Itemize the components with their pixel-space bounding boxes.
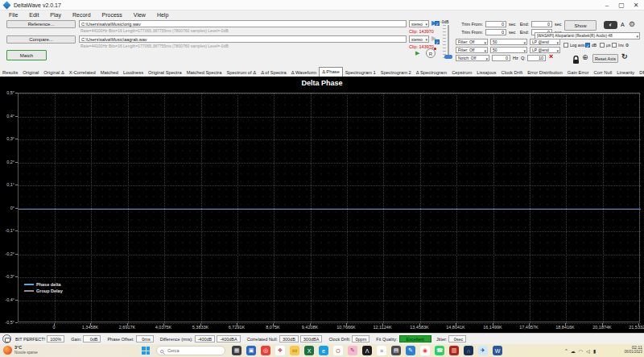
font-size-label[interactable]: A bbox=[621, 22, 625, 27]
notch-q-field[interactable]: 10 bbox=[527, 55, 546, 61]
gear-icon[interactable]: ⚙ bbox=[629, 20, 635, 28]
volume-slider-thumb[interactable] bbox=[444, 55, 452, 59]
transport-play-button[interactable]: ▶ bbox=[415, 49, 419, 56]
tab-linearity[interactable]: Linearity bbox=[614, 68, 637, 77]
plot-area[interactable] bbox=[18, 93, 640, 322]
notch-select[interactable]: Notch: Off bbox=[456, 55, 489, 61]
checkbox-inv[interactable] bbox=[612, 43, 617, 48]
menu-file[interactable]: File bbox=[3, 12, 23, 18]
onedrive-icon[interactable]: ☁ bbox=[571, 348, 576, 354]
camera-icon[interactable] bbox=[2, 334, 11, 343]
start-button[interactable] bbox=[142, 347, 150, 355]
tray-expand-icon[interactable]: ^ bbox=[565, 348, 568, 353]
reset-axis-button[interactable]: Reset Axis bbox=[592, 54, 618, 63]
dev-tool-icon[interactable]: ✎ bbox=[406, 346, 415, 355]
edge-browser-icon[interactable]: e bbox=[319, 346, 328, 355]
weather-temperature[interactable]: 3°C bbox=[14, 345, 22, 350]
excel-icon[interactable]: X bbox=[304, 346, 314, 355]
tab-spectrogram[interactable]: Δ Spectrogram bbox=[414, 68, 449, 77]
close-button[interactable]: ✕ bbox=[630, 0, 642, 10]
winrar-icon[interactable]: ▥ bbox=[449, 346, 459, 355]
menu-help[interactable]: Help bbox=[151, 12, 174, 18]
notepad-icon[interactable]: ≡ bbox=[377, 346, 386, 355]
volume-icon[interactable]: ◁ bbox=[586, 348, 590, 354]
trim-end-field[interactable]: 0 bbox=[531, 21, 552, 27]
flight-app-icon[interactable]: ✈ bbox=[478, 346, 488, 355]
tab-corr-null[interactable]: Corr Null bbox=[591, 68, 614, 77]
menu-edit[interactable]: Edit bbox=[23, 12, 44, 18]
notch-freq-field[interactable]: 0 bbox=[492, 55, 510, 61]
theme-toggle-icon[interactable]: ◐ bbox=[604, 21, 617, 29]
tab-spectrogram-1[interactable]: Spectrogram 1 bbox=[343, 68, 378, 77]
weather-description[interactable]: Nuvole sparse bbox=[14, 351, 38, 355]
checkbox-s[interactable] bbox=[600, 43, 605, 48]
weather-icon[interactable] bbox=[3, 346, 12, 355]
audio-device-select[interactable]: [WASAPI] Altoparlanti (Realtek(R) Audio)… bbox=[535, 32, 640, 39]
whatsapp-icon[interactable]: ☎ bbox=[435, 346, 444, 355]
filter-freq-select-2[interactable]: 50 bbox=[490, 47, 527, 53]
compare-path-field[interactable]: C:\Users\salva\Music\aagrab.wav bbox=[79, 35, 407, 43]
volume-slider-track[interactable] bbox=[448, 25, 449, 59]
tab-loudness[interactable]: Loudness bbox=[121, 68, 146, 77]
wifi-icon[interactable]: ◠ bbox=[579, 348, 583, 354]
photos-app-icon[interactable]: ❖ bbox=[275, 346, 285, 355]
calculator-icon[interactable]: ▤ bbox=[391, 346, 401, 355]
tab-gain-error[interactable]: Gain Error bbox=[565, 68, 592, 77]
tab-lissajous[interactable]: Lissajous bbox=[474, 68, 498, 77]
reference-monitor-checkbox[interactable] bbox=[435, 21, 440, 26]
compare-monitor-checkbox[interactable] bbox=[435, 39, 440, 44]
menu-view[interactable]: View bbox=[128, 12, 151, 18]
tab-cepstrum[interactable]: Cepstrum bbox=[449, 68, 474, 77]
trim-from-field[interactable]: 0 bbox=[485, 21, 506, 27]
filter-lp-select-2[interactable]: LP @end bbox=[530, 47, 560, 53]
tab-clock-drift[interactable]: Clock Drift bbox=[498, 68, 525, 77]
tab-original[interactable]: Original Δ bbox=[41, 68, 66, 77]
tab-original[interactable]: Original bbox=[20, 68, 41, 77]
menu-play[interactable]: Play bbox=[44, 12, 67, 18]
clear-notch-icon[interactable]: × bbox=[549, 52, 553, 60]
tab-df-metric[interactable]: DF Metric bbox=[637, 68, 644, 77]
file-explorer-icon[interactable]: ▭ bbox=[290, 346, 299, 355]
menu-record[interactable]: Record bbox=[67, 12, 97, 18]
tab-x-correlated[interactable]: X-Correlated bbox=[67, 68, 98, 77]
tab-phase[interactable]: Δ Phase bbox=[319, 67, 343, 77]
reference-button[interactable]: Reference... bbox=[6, 20, 76, 28]
filter-type-select[interactable]: Filter: Off bbox=[456, 39, 488, 45]
chrome-browser-icon[interactable]: ◉ bbox=[420, 346, 430, 355]
checkbox-log-axis[interactable] bbox=[564, 43, 568, 48]
taskbar-clock[interactable]: 02:11 06/01/2023 bbox=[609, 345, 642, 354]
search-input[interactable]: Cerca bbox=[156, 346, 225, 355]
opera-browser-icon[interactable]: O bbox=[333, 346, 343, 355]
tab-matched[interactable]: Matched bbox=[98, 68, 121, 77]
opera-gx-browser-icon[interactable]: ◎ bbox=[261, 346, 270, 355]
filter-type-select-2[interactable]: Filter: Off bbox=[456, 47, 488, 53]
tab-error-distribution[interactable]: Error Distribution bbox=[525, 68, 565, 77]
alienware-app-icon[interactable]: Λ bbox=[362, 346, 372, 355]
minimize-button[interactable]: – bbox=[601, 0, 613, 10]
tab-spectrogram-2[interactable]: Spectrogram 2 bbox=[378, 68, 414, 77]
reference-channel-select[interactable]: stereo bbox=[409, 20, 429, 27]
tab-waveform[interactable]: Δ Waveform bbox=[289, 68, 319, 77]
trim-from-field-2[interactable]: 0 bbox=[485, 29, 506, 35]
refresh-icon[interactable]: ↻ bbox=[621, 52, 628, 60]
menu-process[interactable]: Process bbox=[97, 12, 128, 18]
checkbox-db[interactable] bbox=[585, 43, 590, 48]
filter-freq-select[interactable]: 50 bbox=[490, 39, 527, 45]
maximize-button[interactable]: ▢ bbox=[615, 0, 628, 10]
task-host-icon[interactable]: ▦ bbox=[232, 346, 242, 355]
filter-lp-select[interactable]: LP @end bbox=[530, 39, 560, 45]
battery-icon[interactable]: ▮ bbox=[593, 348, 596, 354]
tab-of-spectra[interactable]: Δ of Spectra bbox=[258, 68, 289, 77]
package-app-icon[interactable]: ▣ bbox=[246, 346, 256, 355]
tab-original-spectra[interactable]: Original Spectra bbox=[146, 68, 184, 77]
tab-spectrum-of[interactable]: Spectrum of Δ bbox=[224, 68, 258, 77]
audio-headset-app-icon[interactable]: ∩ bbox=[464, 346, 473, 355]
compare-button[interactable]: Compare... bbox=[6, 35, 76, 44]
pan-icon[interactable]: ⊕ bbox=[582, 53, 588, 61]
word-icon[interactable]: W bbox=[493, 346, 502, 355]
reference-path-field[interactable]: C:\Users\salva\Music\orig.wav bbox=[79, 20, 407, 27]
compare-channel-select[interactable]: stereo bbox=[409, 35, 429, 43]
match-button[interactable]: Match bbox=[6, 50, 47, 60]
tab-results[interactable]: Results bbox=[0, 68, 20, 77]
show-button[interactable]: Show bbox=[564, 20, 597, 31]
